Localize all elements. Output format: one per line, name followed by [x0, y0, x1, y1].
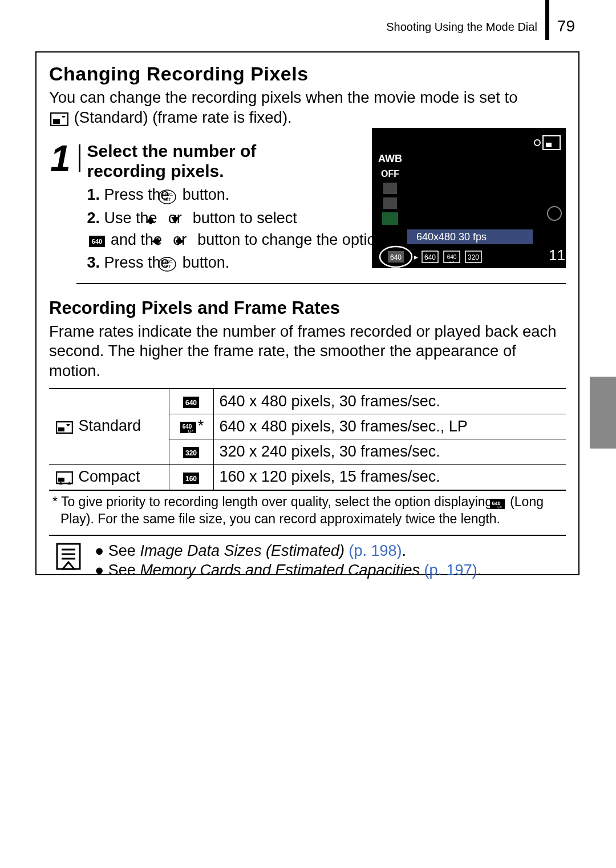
- svg-text:SET: SET: [163, 265, 171, 269]
- table-row: Standard 640 640 x 480 pixels, 30 frames…: [49, 389, 566, 414]
- size-icon-cell: 640LP*: [169, 414, 213, 439]
- sub-paragraph: Frame rates indicate the number of frame…: [49, 322, 566, 381]
- size-desc-cell: 640 x 480 pixels, 30 frames/sec., LP: [213, 414, 566, 439]
- svg-text:640: 640: [185, 399, 197, 407]
- mode-label: Standard: [79, 417, 141, 434]
- svg-rect-40: [58, 427, 64, 431]
- ref-title: Image Data Sizes (Estimated): [140, 542, 345, 559]
- lcd-menu-off: OFF: [381, 169, 399, 179]
- size-desc-cell: 640 x 480 pixels, 30 frames/sec.: [213, 389, 566, 414]
- ref-title: Memory Cards and Estimated Capacities: [140, 562, 420, 579]
- svg-rect-15: [176, 240, 179, 243]
- size-desc-cell: 160 x 120 pixels, 15 frames/sec.: [213, 464, 566, 490]
- sub-heading: Recording Pixels and Frame Rates: [49, 298, 566, 318]
- svg-text:160: 160: [185, 475, 197, 483]
- svg-text:FUNC.: FUNC.: [161, 260, 173, 264]
- lcd-menu-awb: AWB: [378, 153, 402, 164]
- mode-cell-standard: Standard: [49, 389, 169, 465]
- svg-text:640: 640: [447, 254, 457, 260]
- size-160-icon: 160: [183, 469, 200, 486]
- svg-text:640: 640: [390, 253, 402, 261]
- svg-rect-21: [383, 197, 397, 209]
- intro-paragraph: You can change the recording pixels when…: [49, 88, 566, 128]
- main-content-frame: Changing Recording Pixels You can change…: [35, 51, 579, 575]
- step-item-1-after: button.: [183, 186, 230, 203]
- svg-rect-22: [382, 212, 398, 225]
- reference-divider: [49, 535, 566, 536]
- intro-text-1: You can change the recording pixels when…: [49, 88, 517, 106]
- svg-text:320: 320: [185, 449, 197, 457]
- svg-text:FUNC.: FUNC.: [161, 192, 173, 196]
- mode-cell-compact: Compact: [49, 464, 169, 490]
- size-icon-cell: 320: [169, 439, 213, 464]
- svg-rect-25: [546, 143, 552, 147]
- svg-rect-20: [383, 183, 397, 194]
- ref-prefix: See: [108, 562, 140, 579]
- ref-page-link[interactable]: (p. 197): [424, 562, 477, 579]
- svg-rect-50: [58, 478, 64, 482]
- svg-text:LP: LP: [449, 260, 453, 264]
- page-number: 79: [557, 17, 575, 35]
- mode-label: Compact: [79, 468, 140, 485]
- step-item-2-t6: button to change the option.: [197, 231, 388, 248]
- pixel-table: Standard 640 640 x 480 pixels, 30 frames…: [49, 388, 566, 491]
- ref-suffix: .: [477, 562, 482, 579]
- step-number: 1: [49, 141, 76, 275]
- svg-rect-1: [53, 119, 60, 124]
- footnote: * To give priority to recording length o…: [49, 494, 566, 527]
- movie-compact-icon: [56, 469, 73, 486]
- page-number-box: 79: [545, 0, 575, 40]
- size-icon-suffix: *: [198, 417, 204, 434]
- step-rule: [76, 283, 566, 284]
- bullet-icon: ●: [95, 562, 104, 579]
- reference-item: ● See Image Data Sizes (Estimated) (p. 1…: [95, 542, 481, 561]
- reference-list: ● See Image Data Sizes (Estimated) (p. 1…: [95, 542, 481, 580]
- bullet-icon: ●: [95, 542, 104, 559]
- ref-suffix: .: [402, 542, 407, 559]
- svg-text:LP: LP: [188, 429, 193, 433]
- svg-rect-13: [157, 240, 160, 243]
- page-header: Shooting Using the Mode Dial 79: [386, 0, 575, 40]
- movie-standard-icon: [50, 108, 68, 128]
- size-320-icon: 320: [183, 443, 200, 461]
- size-desc-cell: 320 x 240 pixels, 30 frames/sec.: [213, 439, 566, 464]
- svg-rect-9: [174, 215, 176, 218]
- footnote-before: To give priority to recording length ove…: [61, 494, 496, 509]
- lcd-time-text: 11": [549, 247, 566, 264]
- size-640-icon: 640: [183, 393, 200, 410]
- section-title: Changing Recording Pixels: [49, 63, 566, 85]
- movie-standard-icon: [56, 418, 73, 435]
- svg-marker-62: [63, 562, 74, 569]
- svg-text:320: 320: [468, 253, 479, 261]
- step-item-1-num: 1.: [87, 186, 100, 203]
- svg-marker-41: [66, 424, 70, 426]
- size-640lp-icon: 640LP: [497, 495, 505, 511]
- svg-text:640: 640: [91, 238, 102, 245]
- size-icon-cell: 160: [169, 464, 213, 490]
- chapter-tab: [590, 377, 616, 449]
- svg-marker-2: [62, 116, 66, 118]
- step-item-2-num: 2.: [87, 209, 100, 227]
- table-row: Compact 160 160 x 120 pixels, 15 frames/…: [49, 464, 566, 490]
- reference-block: ● See Image Data Sizes (Estimated) (p. 1…: [49, 542, 566, 580]
- ref-page-link[interactable]: (p. 198): [349, 542, 402, 559]
- svg-text:640: 640: [424, 253, 436, 261]
- step-heading: Select the number of recording pixels.: [87, 141, 327, 181]
- func-set-icon: FUNC.SET: [175, 185, 177, 206]
- step-item-2-t3: button to select: [193, 209, 297, 227]
- svg-rect-7: [149, 221, 152, 224]
- camera-lcd-screenshot: AWB OFF 640x480 30 fps 640 ▸: [372, 128, 566, 268]
- footnote-prefix: *: [52, 494, 61, 509]
- svg-text:LP: LP: [497, 506, 501, 509]
- size-640lp-icon: 640LP: [180, 418, 197, 435]
- step-divider: [79, 144, 80, 172]
- lcd-status-text: 640x480 30 fps: [416, 231, 487, 243]
- step-item-3-num: 3.: [87, 254, 100, 271]
- breadcrumb: Shooting Using the Mode Dial: [386, 0, 545, 34]
- func-set-icon: FUNC.SET: [175, 253, 177, 273]
- reference-note-icon: [54, 542, 83, 571]
- svg-text:▸: ▸: [414, 252, 418, 261]
- step-item-3-after: button.: [183, 254, 230, 271]
- intro-text-2: (Standard) (frame rate is fixed).: [70, 108, 292, 126]
- size-icon-cell: 640: [169, 389, 213, 414]
